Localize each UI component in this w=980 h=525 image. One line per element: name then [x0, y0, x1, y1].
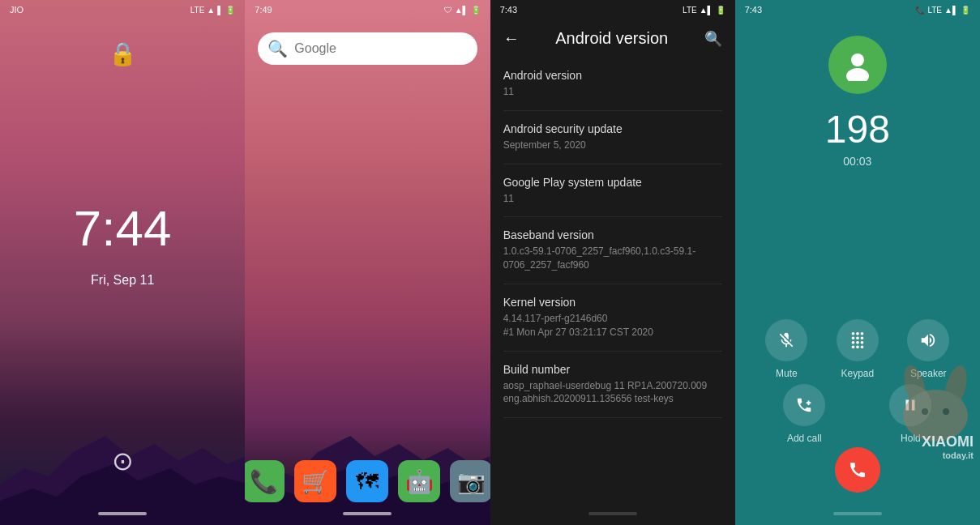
status-bar-panel2: 7:49 🛡 ▲▌ 🔋 [245, 0, 490, 19]
xiaomi-watermark: XIAOMI today.it [922, 433, 980, 460]
keypad-icon-circle [837, 319, 879, 361]
build-value: aosp_raphael-userdebug 11 RP1A.200720.00… [503, 379, 722, 407]
baseband-label: Baseband version [503, 228, 722, 241]
signal-icon-p2: ▲▌ [455, 6, 469, 15]
android-version-header: ← Android version 🔍 [490, 19, 735, 58]
home-bar-panel1 [98, 512, 147, 515]
signal-icon-p4: ▲▌ [944, 6, 958, 15]
dock-maps-icon[interactable]: 🗺 [346, 460, 388, 502]
add-call-icon-circle [783, 384, 825, 426]
fingerprint-icon[interactable]: ⊙ [112, 446, 134, 476]
end-call-button[interactable] [835, 447, 880, 493]
call-duration: 00:03 [735, 155, 980, 168]
battery-icon: 🔋 [225, 6, 235, 15]
status-icons-panel2: 🛡 ▲▌ 🔋 [444, 6, 481, 15]
search-bar[interactable]: 🔍 [258, 32, 477, 65]
svg-point-9 [922, 408, 928, 415]
mute-button[interactable]: Mute [765, 319, 807, 379]
lock-screen-panel: JIO LTE ▲ ▌ 🔋 🔒 7:44 Fri, Sep 11 ⊙ [0, 0, 245, 525]
home-bar-panel3 [588, 512, 637, 515]
build-label: Build number [503, 363, 722, 376]
keypad-label: Keypad [841, 368, 874, 379]
caller-avatar [828, 36, 887, 94]
xiaomi-mascot-icon [891, 363, 980, 444]
dock-camera-icon[interactable]: 📷 [450, 460, 490, 502]
search-magnifier-icon: 🔍 [267, 39, 288, 58]
lock-icon: 🔒 [109, 41, 137, 67]
xiaomi-site-text: today.it [922, 450, 974, 460]
info-kernel: Kernel version 4.14.117-perf-g2146d60 #1… [503, 284, 722, 352]
prot-icon: 🛡 [444, 6, 452, 15]
xiaomi-mascot-area [891, 363, 980, 444]
mute-icon-circle [765, 319, 807, 361]
info-security-update: Android security update September 5, 202… [503, 111, 722, 164]
play-update-label: Google Play system update [503, 176, 722, 189]
mute-label: Mute [776, 368, 798, 379]
search-input[interactable] [294, 41, 467, 56]
time-label-p3: 7:43 [500, 5, 517, 15]
app-dock: 📞 🛒 🗺 🤖 📷 [245, 460, 490, 502]
android-version-value: 11 [503, 85, 722, 99]
battery-icon-p4: 🔋 [961, 6, 970, 15]
battery-icon-p3: 🔋 [716, 6, 725, 15]
dock-store-icon[interactable]: 🛒 [294, 460, 336, 502]
mute-icon [777, 331, 795, 349]
security-update-label: Android security update [503, 122, 722, 135]
person-icon [841, 49, 874, 81]
android-version-title: Android version [555, 29, 668, 48]
add-call-button[interactable]: Add call [783, 384, 825, 444]
status-bar-panel3: 7:43 LTE ▲▌ 🔋 [490, 0, 735, 19]
security-update-value: September 5, 2020 [503, 139, 722, 152]
lte-icon-p4: LTE [927, 6, 942, 15]
lock-time: 7:44 [74, 199, 172, 257]
lte-icon-p3: LTE [683, 6, 697, 15]
signal-bars-icon: ▌ [217, 6, 223, 15]
signal-icon-p3: ▲▌ [700, 6, 713, 15]
svg-point-10 [943, 408, 949, 415]
dock-android-icon[interactable]: 🤖 [398, 460, 440, 502]
info-android-version: Android version 11 [503, 58, 722, 111]
call-screen-panel: 7:43 📞 LTE ▲▌ 🔋 198 00:03 Mute [735, 0, 980, 525]
baseband-value: 1.0.c3-59.1-0706_2257_facf960,1.0.c3-59.… [503, 245, 722, 272]
info-play-update: Google Play system update 11 [503, 164, 722, 218]
time-label-p4: 7:43 [745, 5, 762, 15]
android-version-panel: 7:43 LTE ▲▌ 🔋 ← Android version 🔍 Androi… [490, 0, 735, 525]
svg-point-5 [846, 68, 869, 81]
signal-icon: ▲ [207, 6, 215, 15]
android-info-list: Android version 11 Android security upda… [490, 58, 735, 418]
keypad-button[interactable]: Keypad [837, 319, 879, 379]
battery-icon-p2: 🔋 [471, 6, 481, 15]
carrier-label: JIO [10, 5, 24, 15]
lte-icon: LTE [190, 6, 205, 15]
info-baseband: Baseband version 1.0.c3-59.1-0706_2257_f… [503, 217, 722, 284]
speaker-icon-circle [907, 319, 949, 361]
time-label-p2: 7:49 [255, 5, 272, 15]
kernel-label: Kernel version [503, 296, 722, 309]
status-bar-panel4: 7:43 📞 LTE ▲▌ 🔋 [735, 0, 980, 19]
home-bar-panel2 [343, 512, 392, 515]
add-call-icon [795, 396, 813, 414]
back-icon[interactable]: ← [503, 29, 520, 48]
svg-point-4 [851, 53, 864, 66]
call-status-icon: 📞 [915, 6, 925, 15]
keypad-icon [849, 331, 867, 349]
status-icons-panel3: LTE ▲▌ 🔋 [683, 6, 725, 15]
play-update-value: 11 [503, 192, 722, 206]
home-screen-panel: 7:49 🛡 ▲▌ 🔋 🔍 📞 🛒 🗺 🤖 📷 [245, 0, 490, 525]
dock-phone-icon[interactable]: 📞 [245, 460, 285, 502]
end-call-icon [848, 460, 867, 480]
status-icons-panel1: LTE ▲ ▌ 🔋 [190, 6, 236, 15]
speaker-icon [919, 331, 937, 349]
xiaomi-brand-text: XIAOMI [922, 433, 974, 450]
caller-number: 198 [735, 107, 980, 152]
search-icon-p3[interactable]: 🔍 [704, 30, 722, 48]
status-icons-panel4: 📞 LTE ▲▌ 🔋 [915, 6, 970, 15]
add-call-label: Add call [787, 433, 822, 444]
lock-date: Fri, Sep 11 [91, 273, 154, 288]
kernel-value: 4.14.117-perf-g2146d60 #1 Mon Apr 27 03:… [503, 312, 722, 339]
home-bar-panel4 [833, 512, 882, 515]
info-build: Build number aosp_raphael-userdebug 11 R… [503, 352, 722, 419]
status-bar-panel1: JIO LTE ▲ ▌ 🔋 [0, 0, 245, 19]
android-version-label: Android version [503, 69, 722, 82]
